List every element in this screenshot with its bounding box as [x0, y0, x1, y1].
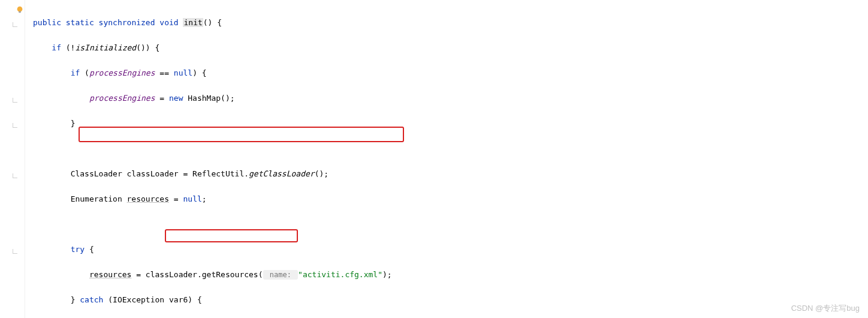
code-text: }: [71, 119, 76, 128]
parameter-hint: name:: [263, 270, 299, 280]
method-call: getClassLoader: [249, 169, 315, 178]
code-text: =: [155, 94, 169, 103]
svg-point-0: [17, 7, 23, 12]
code-text: );: [382, 270, 392, 279]
code-text: }: [71, 295, 80, 304]
keyword: new: [169, 94, 183, 103]
variable: resources: [89, 270, 131, 279]
code-line[interactable]: try {: [33, 243, 826, 256]
fold-mark-icon[interactable]: [12, 248, 18, 254]
code-text: (: [80, 68, 89, 77]
keyword: try: [71, 245, 85, 254]
code-text: () {: [203, 18, 222, 27]
field: processEngines: [89, 94, 155, 103]
code-line[interactable]: resources = classLoader.getResources( na…: [33, 268, 826, 281]
keyword: static: [66, 18, 94, 27]
keyword: null: [183, 194, 201, 203]
keyword: if: [52, 43, 61, 52]
code-text: =: [169, 194, 183, 203]
code-text: ();: [315, 169, 328, 178]
code-line[interactable]: } catch (IOException var6) {: [33, 293, 826, 306]
watermark-text: CSDN @专注写bug: [791, 302, 860, 314]
code-text: = classLoader.getResources(: [131, 270, 263, 279]
keyword: void: [159, 18, 178, 27]
code-text: ClassLoader classLoader = ReflectUtil.: [71, 169, 249, 178]
field: processEngines: [89, 68, 155, 77]
code-line[interactable]: [33, 142, 826, 155]
method-call: isInitialized: [75, 43, 136, 52]
lightbulb-icon[interactable]: [16, 5, 24, 13]
method-name: init: [183, 18, 203, 27]
variable: resources: [127, 194, 169, 203]
svg-rect-1: [19, 11, 21, 13]
code-text: {: [85, 245, 94, 254]
fold-mark-icon[interactable]: [12, 22, 18, 28]
code-line[interactable]: [33, 218, 826, 230]
keyword: catch: [80, 295, 103, 304]
code-line[interactable]: processEngines = new HashMap();: [33, 92, 826, 104]
editor-gutter: [0, 0, 25, 318]
keyword: public: [33, 18, 61, 27]
code-text: ()) {: [136, 43, 159, 52]
code-line[interactable]: }: [33, 117, 826, 130]
code-text: (!: [61, 43, 75, 52]
code-text: Enumeration: [71, 194, 127, 203]
code-text: ==: [155, 68, 174, 77]
code-text: (IOException var6) {: [103, 295, 201, 304]
code-editor[interactable]: public static synchronized void init() {…: [33, 4, 826, 318]
code-line[interactable]: public static synchronized void init() {: [33, 16, 826, 29]
fold-mark-icon[interactable]: [12, 97, 18, 103]
code-line[interactable]: if (processEngines == null) {: [33, 67, 826, 79]
code-line[interactable]: if (!isInitialized()) {: [33, 41, 826, 54]
keyword: if: [71, 68, 80, 77]
code-text: ;: [202, 194, 207, 203]
code-text: ) {: [192, 68, 206, 77]
keyword: null: [174, 68, 192, 77]
code-line[interactable]: ClassLoader classLoader = ReflectUtil.ge…: [33, 167, 826, 180]
code-line[interactable]: Enumeration resources = null;: [33, 193, 826, 205]
fold-mark-icon[interactable]: [12, 122, 18, 128]
keyword: synchronized: [99, 18, 155, 27]
string-literal: "activiti.cfg.xml": [298, 270, 382, 279]
fold-mark-icon[interactable]: [12, 173, 18, 179]
code-text: HashMap();: [183, 94, 234, 103]
